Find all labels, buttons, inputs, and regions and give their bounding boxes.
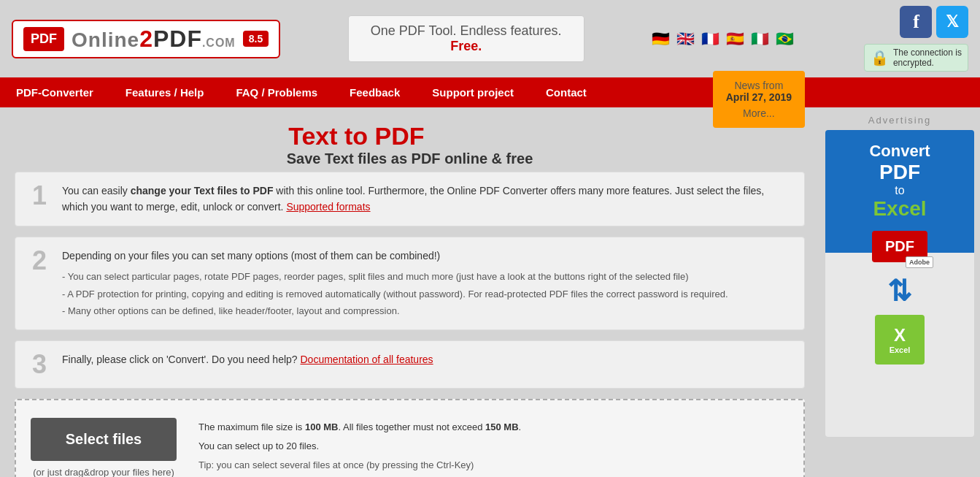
ad-title: Convert PDF to Excel xyxy=(869,142,930,221)
header-right: 🇩🇪 🇬🇧 🇫🇷 🇪🇸 🇮🇹 🇧🇷 xyxy=(652,31,796,46)
upload-size-info: The maximum file size is 100 MB. All fil… xyxy=(198,418,521,437)
ad-box[interactable]: Convert PDF to Excel PDF Adobe ⇅ X Excel xyxy=(825,130,974,437)
main-layout: News from April 27, 2019 More... Text to… xyxy=(0,107,980,477)
ad-adobe-label: Adobe xyxy=(906,256,933,268)
tagline-box: One PDF Tool. Endless features. Free. xyxy=(348,15,584,62)
drag-hint: (or just drag&drop your files here) xyxy=(33,467,174,477)
twitter-button[interactable]: 𝕏 xyxy=(936,6,968,38)
ad-label: Advertising xyxy=(825,115,974,126)
flag-es[interactable]: 🇪🇸 xyxy=(726,31,746,46)
step-1-number: 1 xyxy=(28,183,50,209)
step-2-bullet-3: - Many other options can be defined, lik… xyxy=(62,302,791,319)
nav-feedback[interactable]: Feedback xyxy=(333,77,416,107)
step-1-box: 1 You can easily change your Text files … xyxy=(15,172,805,226)
ad-sidebar: Advertising Convert PDF to Excel PDF Ado… xyxy=(819,107,980,477)
news-more-link[interactable]: More... xyxy=(726,107,792,119)
nav-pdf-converter[interactable]: PDF-Converter xyxy=(0,77,109,107)
secure-text: The connection isencrypted. xyxy=(893,47,962,68)
flag-gb[interactable]: 🇬🇧 xyxy=(676,31,697,46)
social-icons: f 𝕏 xyxy=(900,6,968,38)
ad-convert: Convert xyxy=(869,142,930,161)
supported-formats-link[interactable]: Supported formats xyxy=(286,201,370,213)
page-title: Text to PDF xyxy=(15,122,805,150)
step-1-content: You can easily change your Text files to… xyxy=(62,183,791,215)
documentation-link[interactable]: Documentation of all features xyxy=(301,354,433,365)
tagline-text: One PDF Tool. Endless features. xyxy=(371,23,562,39)
nav-bar: PDF-Converter Features / Help FAQ / Prob… xyxy=(0,77,980,107)
ad-arrows: ⇅ xyxy=(887,274,912,308)
step-1-text: You can easily change your Text files to… xyxy=(62,183,791,215)
upload-count-info: You can select up to 20 files. xyxy=(198,437,521,456)
step-2-bullet-1: - You can select particular pages, rotat… xyxy=(62,268,791,285)
ad-pdf: PDF xyxy=(869,161,930,184)
nav-faq-problems[interactable]: FAQ / Problems xyxy=(220,77,333,107)
step-2-box: 2 Depending on your files you can set ma… xyxy=(15,237,805,331)
step-3-content: Finally, please click on 'Convert'. Do y… xyxy=(62,351,791,367)
step-3-text: Finally, please click on 'Convert'. Do y… xyxy=(62,351,791,367)
logo-text: Online2PDF.COM xyxy=(72,26,236,53)
flag-fr[interactable]: 🇫🇷 xyxy=(701,31,722,46)
news-label: News from xyxy=(726,80,792,91)
news-date: April 27, 2019 xyxy=(726,91,792,103)
flags-row: 🇩🇪 🇬🇧 🇫🇷 🇪🇸 🇮🇹 🇧🇷 xyxy=(652,31,796,46)
upload-area[interactable]: Select files (or just drag&drop your fil… xyxy=(15,399,805,477)
nav-contact[interactable]: Contact xyxy=(530,77,603,107)
ad-pdf-icon: PDF Adobe xyxy=(872,231,927,262)
social-secure: f 𝕏 🔒 The connection isencrypted. xyxy=(864,6,968,72)
facebook-button[interactable]: f xyxy=(900,6,932,38)
upload-left: Select files (or just drag&drop your fil… xyxy=(31,418,177,477)
upload-tip: Tip: you can select several files at onc… xyxy=(198,456,521,475)
nav-features-help[interactable]: Features / Help xyxy=(109,77,220,107)
free-text: Free. xyxy=(371,39,562,54)
ad-to: to xyxy=(869,184,930,197)
nav-support[interactable]: Support project xyxy=(416,77,530,107)
ad-excel: Excel xyxy=(869,197,930,221)
flag-br[interactable]: 🇧🇷 xyxy=(776,31,796,46)
page-title-area: Text to PDF Save Text files as PDF onlin… xyxy=(15,122,805,167)
news-box: News from April 27, 2019 More... xyxy=(713,71,805,128)
step-3-box: 3 Finally, please click on 'Convert'. Do… xyxy=(15,340,805,389)
ad-excel-icon: X Excel xyxy=(875,315,925,365)
flag-it[interactable]: 🇮🇹 xyxy=(751,31,771,46)
main-content: News from April 27, 2019 More... Text to… xyxy=(0,107,819,477)
step-2-number: 2 xyxy=(28,248,50,274)
flag-de[interactable]: 🇩🇪 xyxy=(652,31,672,46)
step-2-bullet-2: - A PDF protection for printing, copying… xyxy=(62,286,791,302)
step-2-text: Depending on your files you can set many… xyxy=(62,248,791,264)
version-badge: 8.5 xyxy=(243,31,269,47)
upload-info: The maximum file size is 100 MB. All fil… xyxy=(198,418,521,475)
secure-icon: 🔒 xyxy=(871,49,889,66)
step-2-bullets: - You can select particular pages, rotat… xyxy=(62,268,791,319)
page-subtitle: Save Text files as PDF online & free xyxy=(15,150,805,167)
pdf-icon: PDF xyxy=(23,27,64,51)
header: PDF Online2PDF.COM 8.5 One PDF Tool. End… xyxy=(0,0,980,77)
select-files-button[interactable]: Select files xyxy=(31,418,177,461)
logo[interactable]: PDF Online2PDF.COM 8.5 xyxy=(12,20,280,58)
step-2-content: Depending on your files you can set many… xyxy=(62,248,791,320)
secure-badge: 🔒 The connection isencrypted. xyxy=(864,44,968,72)
step-3-number: 3 xyxy=(28,351,50,378)
